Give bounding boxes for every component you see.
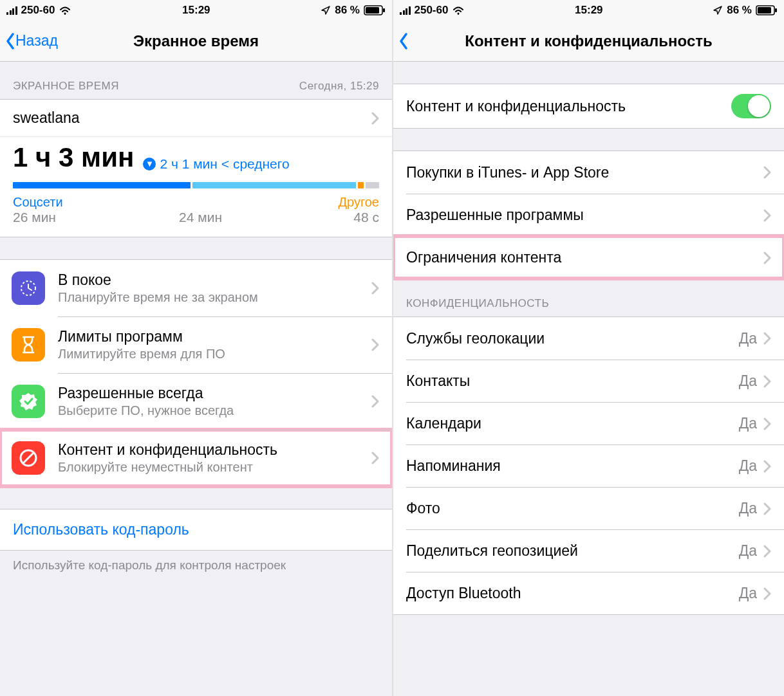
section-header: ЭКРАННОЕ ВРЕМЯ Сегодня, 15:29 <box>0 62 392 99</box>
cell-value: Да <box>739 330 757 347</box>
back-button[interactable]: Назад <box>0 32 58 50</box>
toggle-switch[interactable] <box>731 94 771 118</box>
hourglass-icon <box>12 328 45 362</box>
cell-value: Да <box>739 542 757 560</box>
content-privacy-cell[interactable]: Контент и конфиденциальность Блокируйте … <box>0 430 392 486</box>
toggle-label: Контент и конфиденциальность <box>406 98 626 115</box>
cat-mid-time: 24 мин <box>179 210 222 225</box>
cell-label: Календари <box>406 415 481 432</box>
photos-cell[interactable]: Фото Да <box>406 487 784 529</box>
chevron-right-icon <box>763 545 771 558</box>
section-header-time: Сегодня, 15:29 <box>299 80 379 93</box>
allowed-apps-cell[interactable]: Разрешенные программы <box>406 194 784 236</box>
use-passcode-link[interactable]: Использовать код-пароль <box>0 509 392 551</box>
battery-pct: 86 % <box>727 4 752 17</box>
usage-card: sweatlana 1 ч 3 мин ▼ 2 ч 1 мин < средне… <box>0 99 392 237</box>
downtime-sub: Планируйте время не за экраном <box>58 290 371 305</box>
cell-label: Фото <box>406 500 440 517</box>
app-limits-title: Лимиты программ <box>58 328 371 345</box>
cell-label: Службы геолокации <box>406 330 545 347</box>
carrier: 250-60 <box>21 4 55 17</box>
downtime-cell[interactable]: В покое Планируйте время не за экраном <box>0 260 392 316</box>
chevron-right-icon <box>763 587 771 600</box>
contacts-cell[interactable]: Контакты Да <box>406 360 784 402</box>
svg-rect-9 <box>758 7 771 14</box>
reminders-cell[interactable]: Напоминания Да <box>406 444 784 487</box>
cell-value: Да <box>739 415 757 432</box>
screen-time-screen: 250-60 15:29 86 % Назад Экранное время Э… <box>0 0 392 696</box>
battery-icon <box>756 5 778 15</box>
wifi-icon <box>59 5 71 15</box>
total-time: 1 ч 3 мин <box>13 142 134 173</box>
cell-value: Да <box>739 372 757 390</box>
chevron-right-icon <box>371 338 379 351</box>
footer-text: Используйте код-пароль для контроля наст… <box>0 551 392 580</box>
carrier: 250-60 <box>415 4 449 17</box>
check-badge-icon <box>12 385 45 418</box>
share-location-cell[interactable]: Поделиться геопозицией Да <box>406 529 784 572</box>
cat-social-label: Соцсети <box>13 195 63 210</box>
cell-label: Поделиться геопозицией <box>406 542 578 560</box>
location-services-cell[interactable]: Службы геолокации Да <box>393 317 784 360</box>
svg-line-6 <box>23 453 33 463</box>
itunes-purchases-cell[interactable]: Покупки в iTunes- и App Store <box>393 151 784 194</box>
chevron-right-icon <box>371 395 379 408</box>
nav-bar: Контент и конфиденциальность <box>393 21 784 62</box>
content-privacy-toggle-cell[interactable]: Контент и конфиденциальность <box>393 84 784 129</box>
cat-other-time: 48 с <box>338 210 379 225</box>
privacy-header: КОНФИДЕНЦИАЛЬНОСТЬ <box>393 279 784 316</box>
chevron-right-icon <box>763 460 771 473</box>
cat-other-label: Другое <box>338 195 379 210</box>
no-entry-icon <box>12 441 45 475</box>
categories: Соцсети 26 мин . 24 мин Другое 48 с <box>13 195 379 225</box>
back-label: Назад <box>15 32 58 50</box>
cell-label: Ограничения контента <box>406 249 561 266</box>
chevron-right-icon <box>371 282 379 295</box>
content-restrictions-cell[interactable]: Ограничения контента <box>393 236 784 279</box>
nav-title: Экранное время <box>0 32 392 50</box>
nav-bar: Назад Экранное время <box>0 21 392 62</box>
app-limits-sub: Лимитируйте время для ПО <box>58 347 371 362</box>
chevron-right-icon <box>763 502 771 515</box>
back-button[interactable] <box>393 32 409 50</box>
always-allowed-cell[interactable]: Разрешенные всегда Выберите ПО, нужное в… <box>0 373 392 430</box>
location-icon <box>321 5 331 15</box>
cell-value: Да <box>739 585 757 602</box>
wifi-icon <box>452 5 465 15</box>
usage-bar <box>13 182 379 188</box>
chevron-right-icon <box>763 166 771 179</box>
cell-label: Контакты <box>406 372 470 390</box>
chevron-right-icon <box>763 209 771 222</box>
chevron-right-icon <box>371 452 379 464</box>
cell-label: Покупки в iTunes- и App Store <box>406 164 609 181</box>
content-privacy-screen: 250-60 15:29 86 % Контент и конфиденциал… <box>392 0 784 696</box>
svg-rect-2 <box>366 7 379 14</box>
app-limits-cell[interactable]: Лимиты программ Лимитируйте время для ПО <box>0 316 392 373</box>
username: sweatlana <box>13 109 80 127</box>
chevron-right-icon <box>763 332 771 345</box>
cell-label: Доступ Bluetooth <box>406 585 521 602</box>
user-row[interactable]: sweatlana <box>0 100 392 137</box>
cat-social-time: 26 мин <box>13 210 63 225</box>
cell-value: Да <box>739 457 757 475</box>
down-arrow-icon: ▼ <box>143 158 156 170</box>
section-header-text: ЭКРАННОЕ ВРЕМЯ <box>13 80 119 93</box>
status-bar: 250-60 15:29 86 % <box>0 0 392 21</box>
downtime-icon <box>12 271 45 305</box>
battery-icon <box>364 5 386 15</box>
svg-point-0 <box>64 13 66 15</box>
signal-icon <box>6 6 17 15</box>
signal-icon <box>400 6 411 15</box>
chevron-left-icon <box>5 32 15 50</box>
nav-title: Контент и конфиденциальность <box>393 32 784 50</box>
bluetooth-cell[interactable]: Доступ Bluetooth Да <box>406 572 784 614</box>
status-time: 15:29 <box>182 4 210 17</box>
svg-point-7 <box>458 13 460 15</box>
svg-rect-3 <box>383 8 385 12</box>
status-time: 15:29 <box>575 4 602 17</box>
chevron-right-icon <box>763 252 771 264</box>
content-privacy-title: Контент и конфиденциальность <box>58 441 371 459</box>
chevron-right-icon <box>371 112 379 125</box>
calendars-cell[interactable]: Календари Да <box>406 402 784 444</box>
always-allowed-sub: Выберите ПО, нужное всегда <box>58 403 371 418</box>
